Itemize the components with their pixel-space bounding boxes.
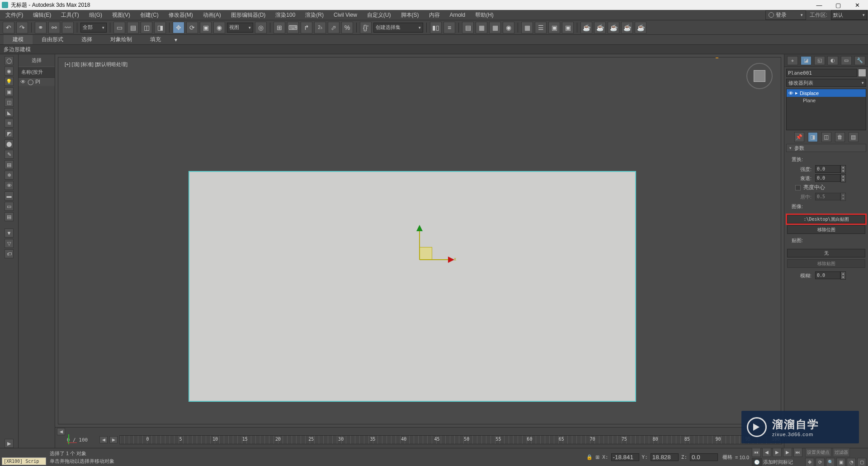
menu-content[interactable]: 内容 [425, 10, 444, 20]
pivot-button[interactable]: ◎ [255, 22, 267, 33]
named-sel-button[interactable]: {}' [360, 22, 372, 33]
move-gizmo[interactable]: x [420, 259, 420, 260]
curve-editor-button[interactable]: ▦ [476, 22, 487, 33]
blur-input[interactable] [815, 271, 840, 279]
panel-display-tab[interactable]: ▭ [841, 56, 852, 65]
select-button[interactable]: ▭ [113, 22, 125, 33]
menu-file[interactable]: 文件(F) [1, 10, 28, 20]
lock-icon[interactable]: 🔒 [586, 454, 593, 460]
menu-graph[interactable]: 图形编辑器(D) [226, 10, 270, 20]
ltool-02[interactable]: ◉ [5, 67, 14, 76]
ltool-tri[interactable]: ▽ [5, 239, 14, 248]
coord-mode-icon[interactable]: ⊞ [595, 454, 599, 460]
placement-button[interactable]: ◉ [213, 22, 225, 33]
percent-snap-button[interactable]: ⬀ [328, 22, 340, 33]
time-tag-icon[interactable]: 🕒 [752, 458, 762, 466]
ref-coord-dropdown[interactable]: 视图 [227, 23, 253, 33]
scroll-left[interactable]: ◀ [57, 428, 65, 435]
tab-freeform[interactable]: 自由形式 [33, 35, 72, 44]
tab-populate[interactable]: 填充 [141, 35, 170, 44]
tab-objectpaint[interactable]: 对象绘制 [101, 35, 141, 44]
subtab-polymodel[interactable]: 多边形建模 [4, 46, 31, 53]
ltool-16[interactable]: ▤ [5, 212, 14, 221]
render-setup-button[interactable]: ▦ [521, 22, 533, 33]
align-button[interactable]: ≡ [443, 22, 455, 33]
eye-icon[interactable]: 👁 [788, 90, 793, 96]
named-sel-dropdown[interactable]: 创建选择集 [373, 23, 423, 33]
plane-object[interactable] [189, 171, 637, 402]
panel-utilities-tab[interactable]: 🔧 [854, 56, 865, 65]
menu-arnold[interactable]: Arnold [445, 10, 470, 19]
layer-button[interactable]: ▤ [462, 22, 474, 33]
spin-up[interactable]: ▲ [841, 175, 845, 178]
menu-modifiers[interactable]: 修改器(M) [164, 10, 198, 20]
ltool-10[interactable]: ✎ [5, 150, 14, 159]
lum-center-checkbox[interactable] [795, 185, 801, 190]
menu-edit[interactable]: 编辑(E) [28, 10, 56, 20]
teapot4-icon[interactable]: ☕ [621, 22, 633, 33]
nav-zoom-button[interactable]: 🔍 [826, 458, 835, 466]
panel-create-tab[interactable]: + [787, 56, 798, 65]
teapot5-icon[interactable]: ☕ [635, 22, 646, 33]
material-button[interactable]: ◉ [503, 22, 514, 33]
ltool-12[interactable]: ❄ [5, 171, 14, 180]
spin-up[interactable]: ▲ [841, 272, 845, 276]
ltool-filter[interactable]: ▼ [5, 228, 14, 238]
panel-motion-tab[interactable]: ◐ [827, 56, 838, 65]
ltool-tag[interactable]: 🏷 [5, 249, 14, 258]
view-cube[interactable] [746, 63, 773, 89]
rollout-parameters[interactable]: 参数 [786, 144, 866, 152]
set-key-button[interactable]: 设置关键点 [805, 448, 831, 457]
move-button[interactable]: ✥ [173, 22, 184, 33]
render-button[interactable]: ▣ [548, 22, 560, 33]
login-dropdown[interactable]: 登录 ▾ [765, 10, 806, 20]
panel-hierarchy-tab[interactable]: ◱ [814, 56, 825, 65]
spin-up[interactable]: ▲ [841, 166, 845, 169]
strength-input[interactable] [815, 165, 840, 173]
spinner-snap-button[interactable]: % [341, 22, 353, 33]
ltool-14[interactable]: ▬ [5, 191, 14, 200]
spin-down[interactable]: ▼ [841, 169, 845, 173]
bind-button[interactable]: 〰 [62, 22, 74, 33]
prev-frame-button[interactable]: ◀ [762, 448, 771, 457]
menu-animation[interactable]: 动画(A) [198, 10, 226, 20]
tab-selection[interactable]: 选择 [72, 35, 101, 44]
ltool-06[interactable]: ◣ [5, 108, 14, 117]
show-end-result-button[interactable]: ◨ [808, 132, 818, 142]
menu-create[interactable]: 创建(C) [136, 10, 163, 20]
spin-down[interactable]: ▼ [841, 276, 845, 279]
panel-modify-tab[interactable]: ◪ [801, 56, 811, 65]
time-next[interactable]: ▶ [109, 436, 118, 443]
nav-zoomext-button[interactable]: ▣ [836, 458, 845, 466]
view-cube-face[interactable] [754, 70, 765, 82]
scene-item-plane[interactable]: 👁 ◯ Pl [19, 78, 55, 86]
remove-modifier-button[interactable]: 🗑 [835, 132, 845, 142]
viewport-label[interactable]: [+] [顶] [标准] [默认明暗处理] [63, 60, 129, 69]
ltool-08[interactable]: ◩ [5, 129, 14, 138]
decay-input[interactable] [815, 174, 840, 182]
coord-x[interactable] [611, 453, 639, 461]
coord-z[interactable] [690, 453, 718, 461]
next-frame-button[interactable]: ▶ [783, 448, 792, 457]
angle-snap-button[interactable]: 2₅ [314, 22, 326, 33]
tab-overflow-icon[interactable]: ▾ [170, 35, 182, 44]
remove-map-button[interactable]: 移除贴图 [787, 259, 865, 268]
menu-tools[interactable]: 工具(T) [57, 10, 83, 20]
ltool-03[interactable]: 💡 [5, 77, 14, 86]
undo-button[interactable]: ↶ [3, 22, 14, 33]
rotate-button[interactable]: ⟳ [186, 22, 198, 33]
time-ruler[interactable]: 0510152025303540455055606570758085909510… [119, 435, 782, 444]
teapot2-icon[interactable]: ☕ [594, 22, 606, 33]
make-unique-button[interactable]: ◫ [821, 132, 831, 142]
coord-y[interactable] [651, 453, 679, 461]
play-button[interactable]: ▶ [773, 448, 782, 457]
pin-stack-button[interactable]: 📌 [794, 132, 804, 142]
object-name-field[interactable] [786, 69, 857, 77]
schematic-button[interactable]: ▦ [489, 22, 501, 33]
select-name-button[interactable]: ▤ [127, 22, 139, 33]
select-region-button[interactable]: ◫ [141, 22, 152, 33]
menu-render[interactable]: 渲染(R) [301, 10, 328, 20]
ltool-09[interactable]: ⬤ [5, 139, 14, 148]
remove-bitmap-button[interactable]: 移除位图 [787, 225, 865, 234]
modifier-list-dropdown[interactable]: 修改器列表 [786, 79, 866, 87]
